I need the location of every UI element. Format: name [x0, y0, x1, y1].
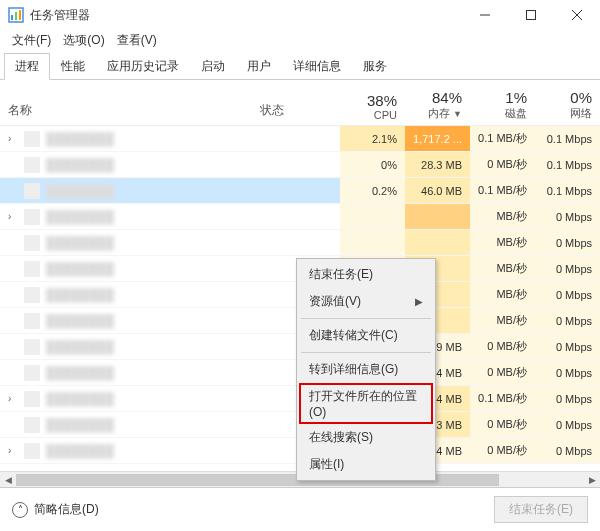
cell-network: 0 Mbps	[535, 360, 600, 385]
scroll-left-icon[interactable]: ◀	[0, 472, 16, 488]
cell-name: ████████	[0, 235, 260, 251]
cell-name: ›████████	[0, 131, 260, 147]
process-icon	[24, 417, 40, 433]
titlebar: 任务管理器	[0, 0, 600, 30]
brief-info-toggle[interactable]: ˄ 简略信息(D)	[12, 501, 494, 518]
expander-icon[interactable]: ›	[8, 445, 18, 456]
process-name: ████████	[46, 314, 114, 328]
maximize-button[interactable]	[508, 0, 554, 30]
cm-properties[interactable]: 属性(I)	[299, 451, 433, 478]
cell-network: 0 Mbps	[535, 256, 600, 281]
header-status[interactable]: 状态	[260, 80, 340, 125]
footer: ˄ 简略信息(D) 结束任务(E)	[0, 487, 600, 531]
process-name: ████████	[46, 418, 114, 432]
column-headers: 名称 状态 38% CPU 84% 内存 ▼ 1% 磁盘 0% 网络	[0, 80, 600, 126]
tab-startup[interactable]: 启动	[190, 53, 236, 80]
cell-name: ████████	[0, 183, 260, 199]
cm-create-dump[interactable]: 创建转储文件(C)	[299, 322, 433, 349]
tab-users[interactable]: 用户	[236, 53, 282, 80]
cell-network: 0.1 Mbps	[535, 178, 600, 203]
cell-memory: 28.3 MB	[405, 152, 470, 177]
tab-app-history[interactable]: 应用历史记录	[96, 53, 190, 80]
cell-disk: 0.1 MB/秒	[470, 178, 535, 203]
process-icon	[24, 261, 40, 277]
cm-go-to-details[interactable]: 转到详细信息(G)	[299, 356, 433, 383]
header-network-pct: 0%	[535, 89, 592, 106]
process-name: ████████	[46, 158, 114, 172]
process-icon	[24, 313, 40, 329]
process-icon	[24, 391, 40, 407]
svg-rect-5	[527, 11, 536, 20]
cell-network: 0 Mbps	[535, 334, 600, 359]
tabs: 进程 性能 应用历史记录 启动 用户 详细信息 服务	[0, 50, 600, 80]
cm-open-file-location[interactable]: 打开文件所在的位置(O)	[299, 383, 433, 424]
close-button[interactable]	[554, 0, 600, 30]
expander-icon[interactable]: ›	[8, 211, 18, 222]
process-row[interactable]: ████████0.2%46.0 MB0.1 MB/秒0.1 Mbps	[0, 178, 600, 204]
cell-network: 0 Mbps	[535, 204, 600, 229]
process-name: ████████	[46, 340, 114, 354]
svg-rect-3	[19, 10, 21, 20]
cell-disk: MB/秒	[470, 256, 535, 281]
content-area: 名称 状态 38% CPU 84% 内存 ▼ 1% 磁盘 0% 网络 ›████…	[0, 80, 600, 490]
cm-resource-values[interactable]: 资源值(V) ▶	[299, 288, 433, 315]
menu-view[interactable]: 查看(V)	[113, 30, 161, 51]
menu-file[interactable]: 文件(F)	[8, 30, 55, 51]
cell-memory: 46.0 MB	[405, 178, 470, 203]
cell-name: ›████████	[0, 209, 260, 225]
process-icon	[24, 209, 40, 225]
context-menu: 结束任务(E) 资源值(V) ▶ 创建转储文件(C) 转到详细信息(G) 打开文…	[296, 258, 436, 481]
process-icon	[24, 365, 40, 381]
expander-icon[interactable]: ›	[8, 393, 18, 404]
process-icon	[24, 131, 40, 147]
cell-network: 0 Mbps	[535, 386, 600, 411]
submenu-arrow-icon: ▶	[415, 296, 423, 307]
chevron-up-icon: ˄	[12, 502, 28, 518]
process-row[interactable]: ████████0%28.3 MB0 MB/秒0.1 Mbps	[0, 152, 600, 178]
process-name: ████████	[46, 184, 114, 198]
cell-network: 0.1 Mbps	[535, 126, 600, 151]
cell-network: 0 Mbps	[535, 438, 600, 463]
tab-performance[interactable]: 性能	[50, 53, 96, 80]
cell-disk: MB/秒	[470, 308, 535, 333]
cm-separator	[301, 318, 431, 319]
scroll-right-icon[interactable]: ▶	[584, 472, 600, 488]
tab-processes[interactable]: 进程	[4, 53, 50, 80]
process-row[interactable]: ›████████MB/秒0 Mbps	[0, 204, 600, 230]
svg-rect-2	[15, 12, 17, 20]
header-cpu[interactable]: 38% CPU	[340, 80, 405, 125]
header-memory[interactable]: 84% 内存 ▼	[405, 80, 470, 125]
header-network-label: 网络	[535, 106, 592, 121]
end-task-button[interactable]: 结束任务(E)	[494, 496, 588, 523]
header-cpu-pct: 38%	[340, 92, 397, 109]
sort-arrow-icon: ▼	[453, 109, 462, 119]
cell-disk: 0.1 MB/秒	[470, 126, 535, 151]
header-disk[interactable]: 1% 磁盘	[470, 80, 535, 125]
svg-rect-1	[11, 15, 13, 20]
cell-disk: 0 MB/秒	[470, 360, 535, 385]
header-cpu-label: CPU	[340, 109, 397, 121]
process-row[interactable]: ›████████2.1%1,717.2 ...0.1 MB/秒0.1 Mbps	[0, 126, 600, 152]
header-name[interactable]: 名称	[0, 80, 260, 125]
app-icon	[8, 7, 24, 23]
tab-services[interactable]: 服务	[352, 53, 398, 80]
cm-end-task[interactable]: 结束任务(E)	[299, 261, 433, 288]
cell-cpu: 2.1%	[340, 126, 405, 151]
process-icon	[24, 235, 40, 251]
header-disk-pct: 1%	[470, 89, 527, 106]
expander-icon[interactable]: ›	[8, 133, 18, 144]
process-icon	[24, 443, 40, 459]
header-network[interactable]: 0% 网络	[535, 80, 600, 125]
process-name: ████████	[46, 288, 114, 302]
process-icon	[24, 183, 40, 199]
cm-resource-values-label: 资源值(V)	[309, 293, 361, 310]
cell-name: ›████████	[0, 391, 260, 407]
tab-details[interactable]: 详细信息	[282, 53, 352, 80]
process-name: ████████	[46, 444, 114, 458]
cm-search-online[interactable]: 在线搜索(S)	[299, 424, 433, 451]
minimize-button[interactable]	[462, 0, 508, 30]
cell-disk: 0 MB/秒	[470, 334, 535, 359]
process-row[interactable]: ████████MB/秒0 Mbps	[0, 230, 600, 256]
menu-options[interactable]: 选项(O)	[59, 30, 108, 51]
header-memory-pct: 84%	[405, 89, 462, 106]
